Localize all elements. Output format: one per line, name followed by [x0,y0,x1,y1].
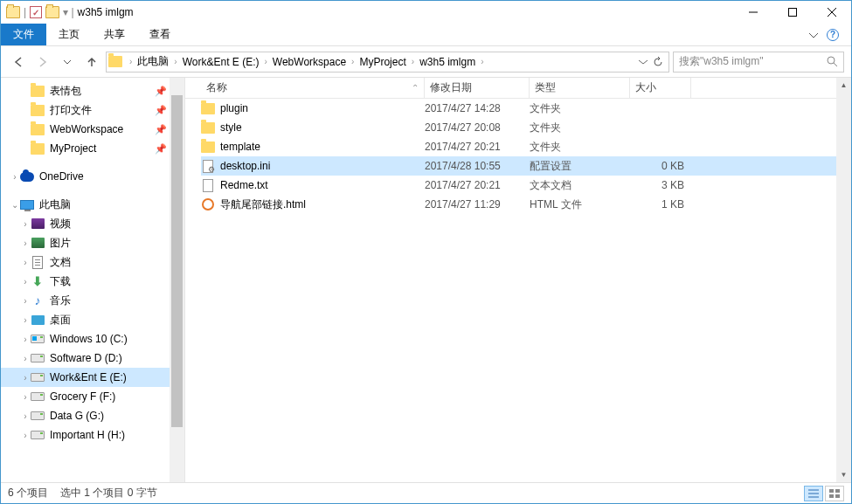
crumb-sep-icon[interactable]: › [262,57,268,66]
file-name: 导航尾部链接.html [220,197,306,212]
sidebar-scrollbar[interactable] [170,78,184,482]
pin-icon: 📌 [155,143,167,155]
crumb-sep-icon[interactable]: › [410,57,416,66]
file-row[interactable]: 导航尾部链接.html 2017/4/27 11:29 HTML 文件 1 KB [201,195,851,214]
crumb-sep-icon[interactable]: › [172,57,178,66]
sidebar-item-label: 音乐 [50,293,71,308]
file-row-selected[interactable]: desktop.ini 2017/4/28 10:55 配置设置 0 KB [201,156,851,176]
ribbon-tab-share[interactable]: 共享 [92,24,137,45]
column-header-type[interactable]: 类型 [530,78,630,98]
status-bar: 6 个项目 选中 1 个项目 0 字节 [1,482,851,503]
file-size: 1 KB [630,198,691,211]
column-header-date[interactable]: 修改日期 [425,78,530,98]
file-name: style [220,121,242,134]
search-icon[interactable] [827,56,838,67]
file-size: 0 KB [630,160,691,172]
sidebar-item-downloads[interactable]: ›⬇下载 [1,272,184,291]
svg-line-5 [834,63,837,66]
sidebar-item-quick3[interactable]: MyProject📌 [1,139,184,158]
forward-button[interactable] [32,52,53,72]
sidebar-item-label: 表情包 [50,84,81,99]
scroll-up-icon[interactable]: ▲ [836,78,851,93]
quick-access-checkbox-icon[interactable]: ✓ [30,6,42,18]
address-dropdown-icon[interactable] [639,58,648,66]
file-row[interactable]: Redme.txt 2017/4/27 20:21 文本文档 3 KB [201,176,851,195]
sidebar-item-drive-d[interactable]: ›Software D (D:) [1,349,184,368]
sidebar-item-thispc[interactable]: ⌄此电脑 [1,195,184,214]
file-type: HTML 文件 [530,197,630,212]
pin-icon: 📌 [155,86,167,97]
body: 表情包📌 打印文件📌 WebWorkspace📌 MyProject📌 ›One… [1,78,851,482]
details-view-button[interactable] [804,486,823,501]
status-item-count: 6 个项目 [8,486,48,501]
sidebar-item-onedrive[interactable]: ›OneDrive [1,167,184,186]
ribbon-tab-home[interactable]: 主页 [46,24,92,45]
svg-rect-10 [835,489,840,493]
file-row[interactable]: style 2017/4/27 20:08 文件夹 [201,118,851,137]
svg-rect-9 [829,489,834,493]
sidebar-item-label: OneDrive [39,170,84,183]
sidebar-item-quick2[interactable]: WebWorkspace📌 [1,120,184,139]
address-bar[interactable]: › 此电脑 › Work&Ent E (E:) › WebWorkspace ›… [106,52,669,72]
crumb-sep-icon[interactable]: › [350,57,356,66]
caret-icon[interactable]: ⌄ [10,200,20,210]
file-row[interactable]: template 2017/4/27 20:21 文件夹 [201,137,851,156]
crumb-webworkspace[interactable]: WebWorkspace [269,52,350,72]
column-headers: 名称⌃ 修改日期 类型 大小 [185,78,851,99]
crumb-drive[interactable]: Work&Ent E (E:) [179,52,263,72]
sidebar-item-quick0[interactable]: 表情包📌 [1,81,184,100]
help-icon[interactable]: ? [827,29,839,41]
refresh-icon[interactable] [653,57,663,67]
recent-dropdown[interactable] [57,52,78,72]
explorer-window: | ✓ ▾ | w3h5 imlgm 文件 主页 共享 查看 ? › 此 [0,0,852,504]
close-button[interactable] [812,1,851,24]
sidebar-item-label: 视频 [50,217,71,231]
sort-indicator-icon: ⌃ [412,83,419,93]
address-bar-buttons [639,57,667,67]
sidebar-item-quick1[interactable]: 打印文件📌 [1,100,184,120]
crumb-thispc[interactable]: 此电脑 [134,52,172,72]
title-sep: | [24,6,26,18]
search-input[interactable]: 搜索"w3h5 imlgm" [673,52,844,72]
maximize-button[interactable] [772,1,812,24]
sidebar-item-label: 图片 [50,236,71,251]
ribbon-tab-view[interactable]: 查看 [137,24,183,45]
scroll-down-icon[interactable]: ▼ [836,467,851,482]
sidebar-item-drive-c[interactable]: ›Windows 10 (C:) [1,329,184,349]
sidebar-item-pictures[interactable]: ›图片 [1,233,184,252]
crumb-current[interactable]: w3h5 imlgm [416,52,479,72]
column-header-name[interactable]: 名称⌃ [201,78,425,98]
expand-ribbon-icon[interactable] [809,31,818,39]
file-list[interactable]: plugin 2017/4/27 14:28 文件夹 style 2017/4/… [185,99,851,482]
sidebar-item-drive-e[interactable]: ›Work&Ent E (E:) [1,368,184,387]
sidebar-item-label: Important H (H:) [50,429,125,441]
ribbon-right: ? [809,24,851,45]
crumb-myproject[interactable]: MyProject [356,52,409,72]
ribbon-tab-file[interactable]: 文件 [1,24,46,45]
sidebar-item-documents[interactable]: ›文档 [1,252,184,272]
sidebar-item-drive-g[interactable]: ›Data G (G:) [1,406,184,425]
content-scrollbar[interactable]: ▲ ▼ [836,78,851,482]
pin-icon: 📌 [155,124,167,135]
sidebar-item-desktop[interactable]: ›桌面 [1,310,184,329]
sidebar-item-drive-f[interactable]: ›Grocery F (F:) [1,387,184,406]
file-date: 2017/4/27 11:29 [425,198,530,211]
column-header-size[interactable]: 大小 [630,78,691,98]
sidebar-item-music[interactable]: ›♪音乐 [1,291,184,310]
sidebar-item-label: WebWorkspace [50,123,123,135]
view-toggles [804,486,844,501]
back-button[interactable] [8,52,29,72]
file-name: template [220,141,260,153]
minimize-button[interactable] [733,1,772,24]
sidebar-item-label: 桌面 [50,313,71,328]
crumb-sep-icon[interactable]: › [479,57,485,66]
sidebar-item-videos[interactable]: ›视频 [1,214,184,233]
up-button[interactable] [81,52,102,72]
caret-icon[interactable]: › [10,172,20,182]
file-type: 文本文档 [530,178,630,193]
file-row[interactable]: plugin 2017/4/27 14:28 文件夹 [201,99,851,118]
icons-view-button[interactable] [825,486,844,501]
sidebar-item-drive-h[interactable]: ›Important H (H:) [1,425,184,445]
file-date: 2017/4/27 14:28 [425,102,530,114]
crumb-sep-icon[interactable]: › [128,57,134,66]
